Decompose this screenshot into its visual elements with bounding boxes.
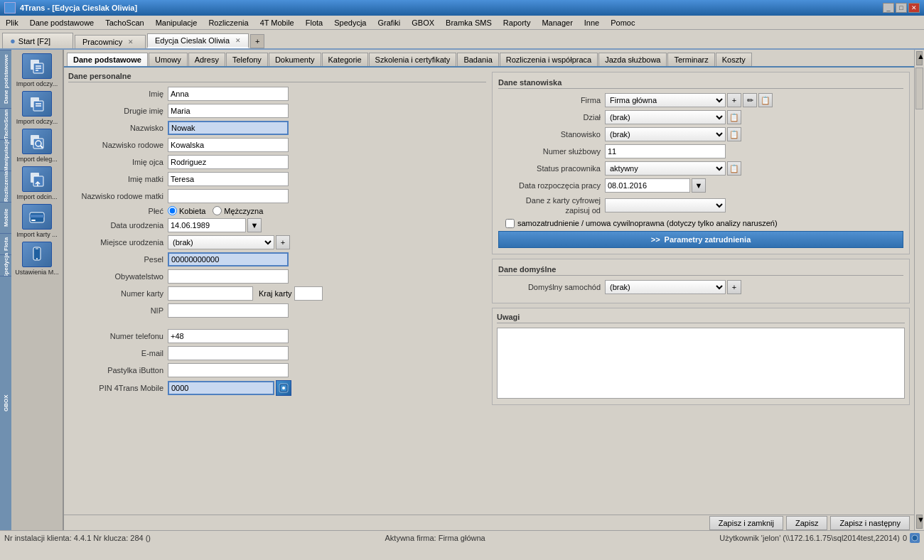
- zapisz-i-nastepny-button[interactable]: Zapisz i następny: [830, 516, 910, 530]
- sidebar-item-ustawienia-m[interactable]: Ustawienia M...: [11, 239, 63, 277]
- sidebar-item-import-odczy-2[interactable]: Import odczy...: [11, 89, 63, 126]
- pastyla-ibutton-input[interactable]: [168, 363, 289, 377]
- stanowisko-select[interactable]: (brak): [605, 127, 726, 141]
- menu-inne[interactable]: Inne: [579, 18, 605, 28]
- kraj-karty-input[interactable]: [294, 286, 323, 301]
- pin-4trans-mobile-row: PIN 4Trans Mobile: [68, 380, 486, 396]
- data-rozpoczecia-pracy-input[interactable]: [605, 178, 690, 193]
- menu-flota[interactable]: Flota: [300, 18, 328, 28]
- plec-kobieta-radio[interactable]: [168, 206, 177, 215]
- title-bar: 4Trans - [Edycja Cieslak Oliwia] _ □ ✕: [0, 0, 924, 16]
- samozatrudnienie-checkbox[interactable]: [505, 219, 515, 228]
- firma-select[interactable]: Firma główna: [605, 93, 726, 107]
- tab-pracownicy-close[interactable]: ✕: [128, 38, 134, 45]
- data-urodzenia-dropdown-btn[interactable]: ▼: [247, 218, 262, 232]
- tab-koszty[interactable]: Koszty: [716, 53, 752, 66]
- close-button[interactable]: ✕: [908, 3, 920, 13]
- plec-mezczyzna-radio[interactable]: [213, 206, 222, 215]
- sidebar-item-import-deleg[interactable]: Import deleg...: [11, 126, 63, 164]
- tab-rozliczenia[interactable]: Rozliczenia i współpraca: [500, 53, 598, 66]
- dzial-select[interactable]: (brak): [605, 110, 726, 124]
- nazwisko-rodowe-matki-input[interactable]: [168, 189, 289, 203]
- domyslny-samochod-add-btn[interactable]: +: [727, 280, 741, 294]
- nazwisko-input[interactable]: [168, 121, 289, 135]
- menu-4t-mobile[interactable]: 4T Mobile: [254, 18, 300, 28]
- dzial-action-btn[interactable]: 📋: [727, 110, 741, 124]
- menu-manager[interactable]: Manager: [536, 18, 578, 28]
- tab-szkolenia[interactable]: Szkolenia i certyfikaty: [369, 53, 457, 66]
- imie-matki-input[interactable]: [168, 172, 289, 186]
- imie-ojca-input[interactable]: [168, 155, 289, 169]
- plec-mezczyzna-label[interactable]: Mężczyzna: [213, 206, 263, 215]
- data-rozpoczecia-pracy-dropdown-btn[interactable]: ▼: [692, 178, 706, 193]
- sidebar-item-import-odcin[interactable]: Import odcin...: [11, 164, 63, 202]
- tab-terminarz[interactable]: Terminarz: [667, 53, 714, 66]
- menu-spedycja[interactable]: Spedycja: [328, 18, 372, 28]
- email-input[interactable]: [168, 346, 289, 360]
- nazwisko-rodowe-input[interactable]: [168, 138, 289, 152]
- tab-dokumenty[interactable]: Dokumenty: [269, 53, 321, 66]
- sidebar-item-ustawienia-m-label: Ustawienia M...: [15, 269, 59, 276]
- import-deleg-icon: [22, 129, 52, 154]
- menu-grafiki[interactable]: Grafiki: [372, 18, 406, 28]
- nazwisko-rodowe-matki-label: Nazwisko rodowe matki: [68, 192, 168, 200]
- menu-raporty[interactable]: Raporty: [498, 18, 537, 28]
- drugie-imie-input[interactable]: [168, 104, 289, 118]
- notes-textarea[interactable]: [497, 328, 905, 399]
- zapisz-i-zamknij-button[interactable]: Zapisz i zamknij: [709, 516, 783, 530]
- menu-plik[interactable]: Plik: [0, 18, 24, 28]
- plec-kobieta-label[interactable]: Kobieta: [168, 206, 205, 215]
- scrollbar[interactable]: ▲ ▼: [914, 50, 924, 530]
- maximize-button[interactable]: □: [896, 3, 907, 13]
- tab-pracownicy[interactable]: Pracownicy ✕: [75, 35, 146, 48]
- firma-edit-btn[interactable]: ✏: [743, 93, 757, 107]
- pin-4trans-mobile-action-btn[interactable]: [276, 380, 291, 396]
- tab-umowy[interactable]: Umowy: [149, 53, 188, 66]
- menu-rozliczenia[interactable]: Rozliczenia: [203, 18, 254, 28]
- imie-input[interactable]: [168, 87, 289, 101]
- sidebar-item-import-karty[interactable]: Import karty ...: [11, 202, 63, 239]
- tab-telefony[interactable]: Telefony: [226, 53, 268, 66]
- tab-edycja[interactable]: Edycja Cieslak Oliwia ✕: [147, 33, 249, 48]
- dane-z-karty-cyfrowej-select[interactable]: [605, 198, 726, 212]
- tab-adresy[interactable]: Adresy: [188, 53, 225, 66]
- tab-edycja-close[interactable]: ✕: [235, 37, 241, 44]
- data-urodzenia-input[interactable]: [168, 218, 246, 232]
- parametry-zatrudnienia-button[interactable]: >> Parametry zatrudnienia: [498, 231, 903, 248]
- miejsce-urodzenia-add-btn[interactable]: +: [276, 235, 290, 249]
- status-pracownika-action-btn[interactable]: 📋: [727, 161, 741, 176]
- numer-sluzbowy-input[interactable]: [605, 144, 726, 158]
- pesel-input[interactable]: [168, 252, 289, 266]
- tab-start[interactable]: ● Start [F2]: [2, 33, 73, 48]
- tab-dane-podstawowe[interactable]: Dane podstawowe: [67, 53, 148, 66]
- stanowisko-action-btn[interactable]: 📋: [727, 127, 741, 141]
- menu-bramka-sms[interactable]: Bramka SMS: [440, 18, 498, 28]
- samozatrudnienie-row: samozatrudnienie / umowa cywilnoprawna (…: [498, 219, 903, 228]
- zapisz-button[interactable]: Zapisz: [786, 516, 827, 530]
- nip-input[interactable]: [168, 303, 289, 318]
- firma-add-btn[interactable]: +: [727, 93, 741, 107]
- obywatelstwo-input[interactable]: [168, 269, 289, 284]
- tab-badania[interactable]: Badania: [457, 53, 498, 66]
- sidebar-item-import-odczy-1[interactable]: Import odczy...: [11, 51, 63, 89]
- minimize-button[interactable]: _: [883, 3, 894, 13]
- menu-gbox[interactable]: GBOX: [406, 18, 440, 28]
- scroll-thumb[interactable]: [915, 68, 923, 109]
- tab-jazda[interactable]: Jazda służbowa: [598, 53, 667, 66]
- domyslny-samochod-select[interactable]: (brak): [605, 280, 726, 294]
- menu-pomoc[interactable]: Pomoc: [605, 18, 640, 28]
- menu-tachoscan[interactable]: TachoScan: [100, 18, 149, 28]
- numer-karty-input[interactable]: [168, 286, 253, 301]
- new-tab-button[interactable]: +: [250, 34, 264, 48]
- menu-dane-podstawowe[interactable]: Dane podstawowe: [24, 18, 100, 28]
- miejsce-urodzenia-select[interactable]: (brak): [168, 235, 274, 249]
- pin-4trans-mobile-input[interactable]: [168, 381, 274, 395]
- status-pracownika-select[interactable]: aktywny: [605, 161, 726, 176]
- numer-telefonu-input[interactable]: [168, 329, 289, 343]
- tab-kategorie[interactable]: Kategorie: [322, 53, 368, 66]
- scroll-down-btn[interactable]: ▼: [916, 515, 923, 529]
- scroll-up-btn[interactable]: ▲: [916, 51, 923, 65]
- menu-manipulacje[interactable]: Manipulacje: [150, 18, 203, 28]
- app-tabs: ● Start [F2] Pracownicy ✕ Edycja Cieslak…: [0, 30, 924, 50]
- firma-copy-btn[interactable]: 📋: [758, 93, 773, 107]
